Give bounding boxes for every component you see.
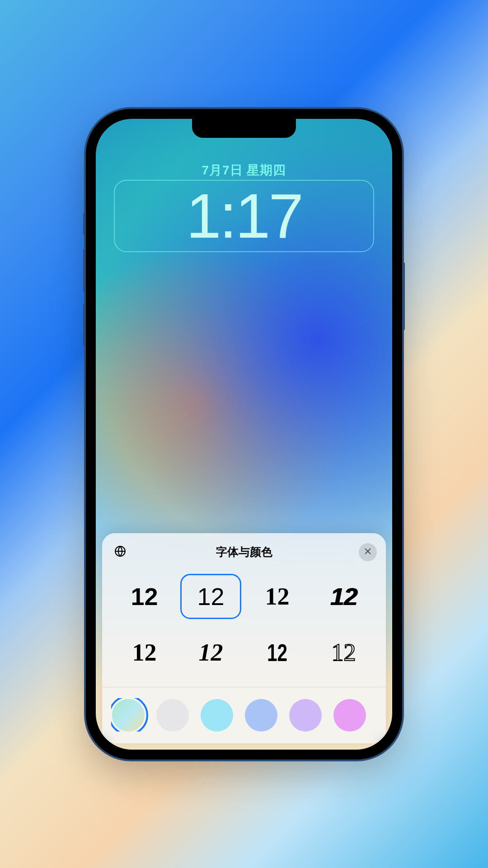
side-button — [83, 213, 86, 235]
color-swatch-4[interactable] — [289, 699, 322, 732]
lockscreen-time: 1:17 — [186, 184, 302, 248]
font-option-5[interactable]: 12 — [180, 630, 241, 675]
divider — [102, 687, 386, 687]
font-option-6[interactable]: 12 — [254, 630, 300, 675]
side-button — [83, 249, 86, 292]
font-option-7[interactable]: 12 — [313, 630, 374, 675]
color-row[interactable] — [111, 698, 377, 732]
font-color-sheet: 字体与颜色 1212121212121212 — [102, 533, 386, 743]
color-swatch-5[interactable] — [333, 699, 366, 732]
font-option-4[interactable]: 12 — [114, 630, 175, 675]
font-option-3[interactable]: 12 — [313, 574, 374, 619]
globe-icon — [114, 545, 126, 558]
side-button — [83, 303, 86, 346]
color-swatch-1[interactable] — [156, 699, 189, 732]
lockscreen-time-frame[interactable]: 1:17 — [114, 180, 374, 252]
color-swatch-0[interactable] — [112, 699, 145, 732]
close-icon — [364, 547, 372, 557]
font-option-0[interactable]: 12 — [114, 574, 175, 619]
font-grid: 1212121212121212 — [111, 574, 377, 687]
sheet-header: 字体与颜色 — [111, 543, 377, 561]
device-frame: 7月7日 星期四 1:17 字体与颜色 — [86, 109, 402, 760]
sheet-title: 字体与颜色 — [129, 544, 359, 559]
screen: 7月7日 星期四 1:17 字体与颜色 — [96, 119, 392, 750]
font-option-1[interactable]: 12 — [180, 574, 241, 619]
side-button — [402, 263, 405, 330]
lockscreen-date: 7月7日 星期四 — [96, 162, 392, 179]
font-option-2[interactable]: 12 — [247, 574, 308, 619]
close-button[interactable] — [359, 543, 377, 561]
globe-button[interactable] — [111, 543, 129, 561]
notch — [192, 119, 296, 138]
color-swatch-3[interactable] — [245, 699, 277, 732]
color-swatch-2[interactable] — [201, 699, 233, 732]
